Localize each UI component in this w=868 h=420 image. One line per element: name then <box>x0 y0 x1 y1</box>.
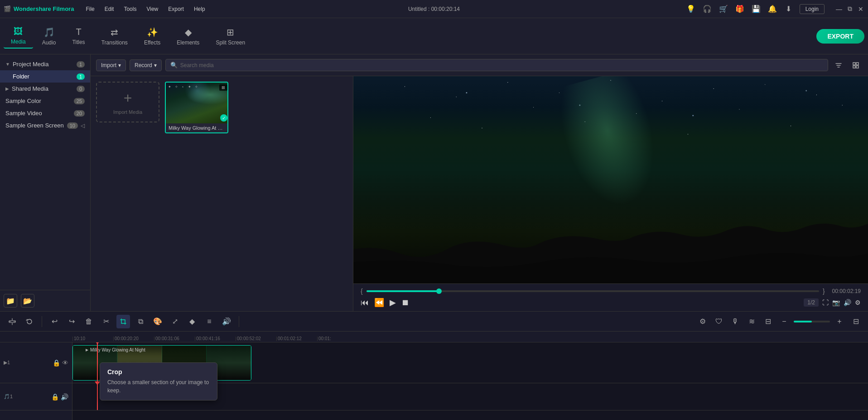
stop-button[interactable]: ⏹ <box>401 298 410 308</box>
record-timeline-button[interactable]: 🎙 <box>728 315 742 328</box>
maximize-button[interactable]: ⧉ <box>846 5 854 13</box>
waveform-icon[interactable]: ≋ <box>745 315 758 328</box>
bracket-right-icon[interactable]: } <box>823 288 825 295</box>
import-button[interactable]: Import ▾ <box>96 59 126 71</box>
menu-bar: File Edit Tools View Export Help <box>81 4 685 14</box>
sidebar-item-project-media[interactable]: ▼ Project Media 1 <box>0 58 90 70</box>
redo-button[interactable]: ↪ <box>65 315 78 328</box>
close-button[interactable]: ✕ <box>857 5 864 13</box>
step-back-button[interactable]: ⏪ <box>374 298 384 308</box>
menu-export[interactable]: Export <box>164 4 188 14</box>
audio-mute-icon[interactable]: 🔊 <box>61 393 68 400</box>
tab-media-label: Media <box>11 39 26 45</box>
tab-media[interactable]: 🖼 Media <box>4 24 33 49</box>
tab-audio[interactable]: 🎵 Audio <box>35 24 63 49</box>
new-folder-icon[interactable]: 📁 <box>4 294 17 308</box>
tab-elements[interactable]: ◆ Elements <box>169 24 207 49</box>
eye-icon[interactable]: 👁 <box>62 359 68 366</box>
grid-view-button[interactable] <box>849 59 863 72</box>
tab-splitscreen[interactable]: ⊞ Split Screen <box>208 24 252 49</box>
volume-button[interactable]: 🔊 <box>844 299 851 306</box>
save-icon[interactable]: 💾 <box>751 4 762 15</box>
cut-button[interactable]: ✂ <box>99 315 113 328</box>
audio-button[interactable]: 🔊 <box>220 315 233 328</box>
effects-tab-icon: ✨ <box>147 27 158 38</box>
open-folder-icon[interactable]: 📂 <box>21 294 34 308</box>
preview-progress-bar: { } 00:00:02:19 <box>361 288 861 295</box>
import-media-placeholder[interactable]: + Import Media <box>96 82 159 122</box>
export-button[interactable]: EXPORT <box>816 29 864 44</box>
menu-tools[interactable]: Tools <box>119 4 141 14</box>
timeline-right-buttons: ⚙ 🛡 🎙 ≋ ⊟ − + ⊟ <box>696 315 863 328</box>
resize-button[interactable]: ⤢ <box>168 315 182 328</box>
cart-icon[interactable]: 🛒 <box>718 4 729 15</box>
zoom-minus-button[interactable]: − <box>777 315 791 328</box>
zoom-track[interactable] <box>794 321 830 322</box>
separator-1 <box>42 316 42 327</box>
eq-button[interactable]: ≡ <box>203 315 216 328</box>
tab-transitions-label: Transitions <box>101 39 128 46</box>
add-track-button[interactable] <box>5 315 19 328</box>
transitions-tab-icon: ⇄ <box>111 27 118 38</box>
sidebar-item-sample-color[interactable]: Sample Color 25 <box>0 95 90 107</box>
menu-view[interactable]: View <box>142 4 163 14</box>
tab-titles[interactable]: T Titles <box>65 24 92 48</box>
elements-tab-icon: ◆ <box>185 27 192 38</box>
sidebar-item-sample-video[interactable]: Sample Video 20 <box>0 107 90 119</box>
record-button[interactable]: Record ▾ <box>130 59 162 71</box>
headphones-icon[interactable]: 🎧 <box>702 4 713 15</box>
fullscreen-button[interactable]: ⛶ <box>822 299 829 306</box>
copy-button[interactable]: ⧉ <box>134 315 147 328</box>
sidebar-item-shared-media[interactable]: ▶ Shared Media 0 <box>0 83 90 95</box>
fit-to-screen-button[interactable]: ⊟ <box>849 315 863 328</box>
left-panel: ▼ Project Media 1 Folder 1 ▶ Shared Medi… <box>0 54 91 311</box>
screenshot-button[interactable]: 📷 <box>832 299 840 306</box>
login-button[interactable]: Login <box>800 4 825 14</box>
settings-icon[interactable]: ⚙ <box>696 315 709 328</box>
bracket-left-icon[interactable]: { <box>361 288 363 295</box>
audio-lock-icon[interactable]: 🔒 <box>51 393 59 400</box>
menu-file[interactable]: File <box>81 4 99 14</box>
splitscreen-tab-icon: ⊞ <box>227 27 234 38</box>
menu-edit[interactable]: Edit <box>100 4 119 14</box>
search-input[interactable] <box>180 62 823 68</box>
filter-button[interactable] <box>832 59 845 72</box>
shield-icon[interactable]: 🛡 <box>712 315 726 328</box>
play-button[interactable]: ▶ <box>390 298 396 308</box>
media-item-milky-way[interactable]: ⊞ ✓ Milky Way Glowing At Ni... <box>165 82 228 133</box>
loop-button[interactable] <box>23 315 36 328</box>
progress-fill <box>366 290 439 292</box>
notification-icon[interactable]: 🔔 <box>767 4 778 15</box>
diamond-button[interactable]: ◆ <box>185 315 199 328</box>
paint-button[interactable]: 🎨 <box>151 315 164 328</box>
thumbnail-menu-icon: ⊞ <box>219 84 227 91</box>
top-section: ▼ Project Media 1 Folder 1 ▶ Shared Medi… <box>0 54 868 311</box>
tab-effects[interactable]: ✨ Effects <box>137 24 168 49</box>
lock-icon[interactable]: 🔒 <box>53 359 60 366</box>
progress-track[interactable] <box>366 290 819 292</box>
sidebar-item-sample-green[interactable]: Sample Green Screen 10 ◁ <box>0 119 90 132</box>
download-icon[interactable]: ⬇ <box>783 4 794 15</box>
settings-preview-button[interactable]: ⚙ <box>855 299 861 306</box>
playhead[interactable] <box>97 342 98 383</box>
thumbnail-toolbar: ⊞ <box>219 84 227 91</box>
ruler-mark-6: 00:01: <box>317 337 358 341</box>
lightbulb-icon[interactable]: 💡 <box>685 4 696 15</box>
tab-transitions[interactable]: ⇄ Transitions <box>94 24 135 49</box>
zoom-plus-button[interactable]: + <box>833 315 846 328</box>
thumbnail-toggle-button[interactable]: ⊟ <box>761 315 775 328</box>
sidebar-item-folder[interactable]: Folder 1 <box>0 70 90 83</box>
gift-icon[interactable]: 🎁 <box>734 4 745 15</box>
minimize-button[interactable]: — <box>835 5 843 13</box>
media-thumbnail-title: Milky Way Glowing At Ni... <box>166 123 227 132</box>
undo-button[interactable]: ↩ <box>48 315 61 328</box>
import-media-label: Import Media <box>113 109 142 115</box>
search-box: 🔍 <box>165 59 828 71</box>
tab-elements-label: Elements <box>177 39 199 46</box>
delete-button[interactable]: 🗑 <box>82 315 96 328</box>
skip-back-button[interactable]: ⏮ <box>361 298 369 308</box>
titlebar-right: 💡 🎧 🛒 🎁 💾 🔔 ⬇ Login — ⧉ ✕ <box>685 4 864 15</box>
menu-help[interactable]: Help <box>189 4 210 14</box>
crop-button[interactable] <box>116 315 130 328</box>
tab-splitscreen-label: Split Screen <box>216 39 245 46</box>
